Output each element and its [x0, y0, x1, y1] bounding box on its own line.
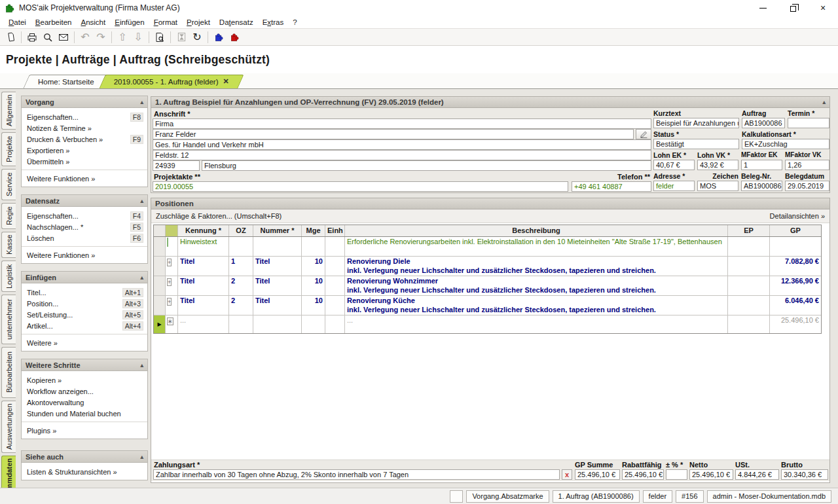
sidebar-item-workflow-anzeigen[interactable]: Workflow anzeigen...: [22, 386, 147, 397]
table-row-hinweistext[interactable]: Hinweistext Erforderliche Renovierungsar…: [154, 237, 821, 257]
cell-kennung[interactable]: Titel: [178, 276, 229, 295]
menu-einfuegen[interactable]: Einfügen: [110, 17, 149, 27]
adresse-field[interactable]: felder: [653, 181, 695, 191]
cell-mge[interactable]: 10: [302, 257, 325, 276]
vtab-auswertungen[interactable]: Auswertungen: [1, 401, 16, 453]
sidebar-item-kopieren[interactable]: Kopieren »: [22, 374, 147, 386]
cell-kennung[interactable]: Titel: [178, 257, 229, 276]
sidebar-item-nachschlagen[interactable]: Nachschlagen... *F5: [22, 221, 147, 232]
menu-format[interactable]: Format: [149, 17, 182, 27]
col-gp[interactable]: GP: [770, 225, 821, 236]
redo-icon[interactable]: ↷: [93, 29, 109, 45]
vtab-regie[interactable]: Regie: [1, 203, 16, 229]
cell-beschreibung[interactable]: Renovierung Diele inkl. Verlegung neuer …: [345, 257, 728, 276]
telefon-field[interactable]: +49 461 40887: [572, 181, 651, 192]
termin-field[interactable]: [788, 118, 829, 128]
belegdatum-field[interactable]: 29.05.2019: [785, 181, 829, 191]
cell-nummer[interactable]: Titel: [253, 257, 302, 276]
prozent-field[interactable]: [666, 469, 687, 480]
zuschlaege-faktoren-link[interactable]: Zuschläge & Faktoren... (Umschalt+F8): [156, 212, 282, 220]
sidebar-item-loeschen[interactable]: LöschenF6: [22, 232, 147, 243]
menu-datei[interactable]: Datei: [4, 17, 31, 27]
cell-nummer[interactable]: Titel: [253, 276, 302, 295]
edit-address-button[interactable]: [636, 129, 651, 139]
cell-oz[interactable]: 1: [229, 257, 253, 276]
new-row-icon[interactable]: ∗: [167, 317, 173, 325]
cell-kennung[interactable]: Hinweistext: [178, 237, 229, 256]
brutto-field[interactable]: 30.340,36 €: [781, 469, 828, 480]
kalkulationsart-field[interactable]: EK+Zuschlag: [742, 139, 829, 149]
address-line4-field[interactable]: Feldstr. 12: [153, 150, 651, 160]
zeichen-field[interactable]: MOS: [697, 181, 738, 191]
sidebar-item-weitere-funktionen-datensatz[interactable]: Weitere Funktionen »: [22, 249, 147, 261]
ort-field[interactable]: Flensburg: [202, 160, 651, 171]
cell-mge[interactable]: 10: [302, 276, 325, 295]
minimize-button[interactable]: [748, 0, 778, 16]
col-einh[interactable]: Einh: [325, 225, 345, 236]
sidebar-item-weitere[interactable]: Weitere »: [22, 337, 147, 348]
collapse-icon[interactable]: ▴: [822, 99, 826, 105]
sidebar-item-uebermitteln[interactable]: Übermitteln »: [22, 156, 147, 167]
address-line2-field[interactable]: Franz Felder: [153, 129, 634, 139]
table-row-titel-2[interactable]: + Titel 2 Titel 10 Renovierung Wohnzimme…: [154, 276, 821, 296]
cell-beschreibung[interactable]: Renovierung Wohnzimmer inkl. Verlegung n…: [345, 276, 728, 295]
zahlungsart-field[interactable]: Zahlbar innerhalb von 30 Tagen ohne Abzu…: [153, 469, 560, 480]
cell-gp[interactable]: 6.046,40 €: [770, 296, 821, 315]
col-ep[interactable]: EP: [728, 225, 770, 236]
cell-beschreibung[interactable]: Renovierung Küche inkl. Verlegung neuer …: [345, 296, 728, 315]
status-field[interactable]: Bestätigt: [653, 139, 739, 149]
new-document-icon[interactable]: [3, 29, 18, 45]
vtab-projekte[interactable]: Projekte: [1, 132, 16, 166]
cell-kennung[interactable]: ...: [178, 315, 229, 333]
sidebar-item-drucken-verbuchen[interactable]: Drucken & Verbuchen »F9: [22, 134, 147, 145]
clear-zahlungsart-icon[interactable]: x: [562, 469, 572, 480]
plz-field[interactable]: 24939: [153, 160, 200, 171]
cell-oz[interactable]: 2: [229, 276, 253, 295]
close-button[interactable]: ×: [808, 0, 838, 16]
sidebar-item-akontoverwaltung[interactable]: Akontoverwaltung: [22, 397, 147, 408]
kurztext-field[interactable]: Beispiel für Anzahlungen u: [653, 118, 739, 128]
col-nummer[interactable]: Nummer *: [253, 225, 302, 236]
section-header-weitere-schritte[interactable]: Weitere Schritte ▴: [22, 359, 147, 371]
refresh-icon[interactable]: ↻: [189, 29, 205, 45]
move-up-icon[interactable]: ⇧: [115, 29, 130, 45]
mfaktor-ek-field[interactable]: 1: [741, 160, 782, 170]
sidebar-item-artikel[interactable]: Artikel...Alt+4: [22, 320, 147, 331]
gp-summe-field[interactable]: 25.496,10 €: [575, 469, 620, 480]
vtab-unternehmer[interactable]: unternehmer: [1, 295, 16, 344]
sidebar-item-weitere-funktionen-vorgang[interactable]: Weitere Funktionen »: [22, 173, 147, 184]
plugin-red-icon[interactable]: [227, 29, 242, 45]
restore-button[interactable]: [778, 0, 808, 16]
lohn-vk-field[interactable]: 43,92 €: [697, 160, 738, 170]
expand-icon[interactable]: +: [167, 298, 172, 306]
cell-nummer[interactable]: Titel: [253, 296, 302, 315]
vtab-bueroarbeiten[interactable]: Büroarbeiten: [1, 347, 16, 398]
table-row-titel-3[interactable]: + Titel 2 Titel 10 Renovierung Küche ink…: [154, 296, 821, 315]
sidebar-item-notizen-termine[interactable]: Notizen & Termine »: [22, 122, 147, 134]
print-icon[interactable]: [24, 29, 40, 45]
sidebar-item-eigenschaften-vorgang[interactable]: Eigenschaften...F8: [22, 111, 147, 122]
col-oz[interactable]: OZ: [229, 225, 253, 236]
menu-hilfe[interactable]: ?: [288, 17, 301, 27]
cell-gp[interactable]: 7.082,80 €: [770, 257, 821, 276]
menu-projekt[interactable]: Projekt: [182, 17, 215, 27]
section-header-siehe-auch[interactable]: Siehe auch ▴: [22, 451, 147, 463]
vtab-allgemein[interactable]: Allgemein: [1, 92, 16, 130]
sidebar-item-titel[interactable]: Titel...Alt+1: [22, 287, 147, 298]
col-mge[interactable]: Mge: [302, 225, 325, 236]
sidebar-item-exportieren[interactable]: Exportieren »: [22, 145, 147, 156]
menu-datensatz[interactable]: Datensatz: [215, 17, 258, 27]
sidebar-item-eigenschaften-datensatz[interactable]: Eigenschaften...F4: [22, 210, 147, 221]
section-header-einfuegen[interactable]: Einfügen ▴: [22, 272, 147, 283]
sidebar-item-stunden-material[interactable]: Stunden und Material buchen: [22, 408, 147, 419]
address-line1-field[interactable]: Firma: [153, 118, 651, 129]
mfaktor-vk-field[interactable]: 1,26: [785, 160, 829, 170]
cell-beschreibung[interactable]: ...: [345, 315, 728, 333]
expand-icon[interactable]: +: [167, 278, 172, 286]
rabattfaehig-field[interactable]: 25.496,10 €: [622, 469, 664, 480]
vtab-service[interactable]: Service: [1, 169, 16, 200]
detailansichten-link[interactable]: Detailansichten »: [770, 212, 825, 220]
table-row-new[interactable]: ▶ ∗ ... ... 25.496,10 €: [154, 315, 821, 333]
menu-extras[interactable]: Extras: [258, 17, 289, 27]
move-down-icon[interactable]: ⇩: [130, 29, 146, 45]
